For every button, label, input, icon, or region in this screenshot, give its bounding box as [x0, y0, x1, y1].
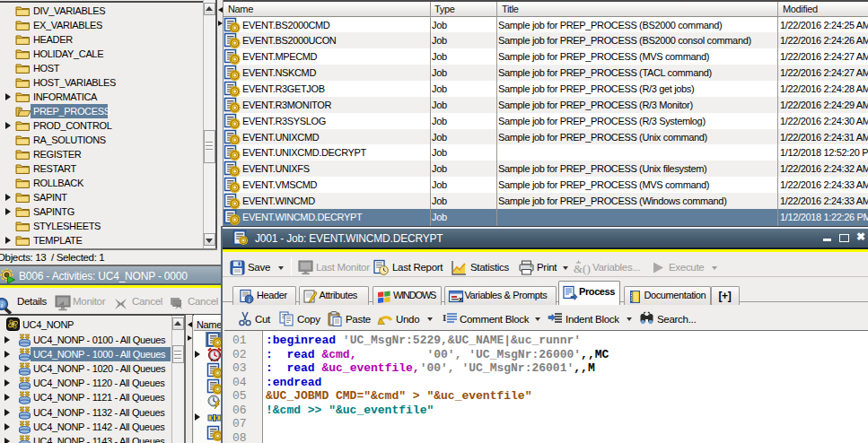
svg-text:&(): &()	[574, 262, 591, 275]
svg-text:i: i	[248, 296, 250, 304]
svg-text:I: I	[443, 312, 446, 323]
svg-text:x: x	[459, 295, 463, 303]
